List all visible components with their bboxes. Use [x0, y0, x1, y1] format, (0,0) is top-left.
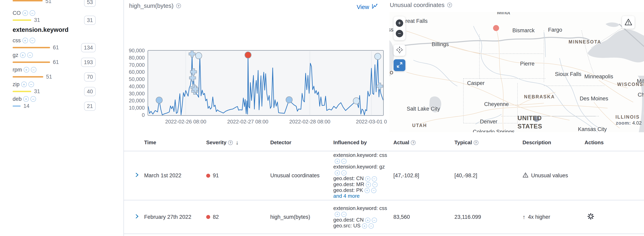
- filter-add-icon[interactable]: +: [23, 96, 29, 102]
- filter-remove-icon[interactable]: −: [372, 182, 378, 187]
- warning-triangle-icon: [624, 19, 632, 27]
- filter-add-icon[interactable]: +: [364, 188, 370, 193]
- facet-bar: [12, 20, 31, 21]
- facet-item-gz[interactable]: gz + − 61 193: [12, 51, 124, 66]
- map-city-label: Sioux Falls: [555, 71, 581, 77]
- filter-remove-icon[interactable]: −: [368, 223, 374, 228]
- map-title-row: Unusual coordinates ?: [390, 2, 452, 9]
- help-icon[interactable]: ?: [447, 3, 452, 8]
- cell-influenced-by: extension.keyword: css+− extension.keywo…: [333, 152, 393, 199]
- facet-item-deb[interactable]: deb + − 14 21: [12, 95, 124, 110]
- cell-typical: [40,-98.2]: [454, 172, 522, 179]
- filter-remove-icon[interactable]: −: [372, 176, 377, 181]
- gear-icon[interactable]: [586, 212, 595, 220]
- filter-add-icon[interactable]: +: [365, 176, 370, 181]
- crosshair-icon: [396, 46, 404, 55]
- expand-row-button[interactable]: [134, 213, 140, 219]
- filter-add-icon[interactable]: +: [335, 212, 340, 217]
- severity-dot-icon: [206, 215, 210, 219]
- anomaly-location-dot[interactable]: [493, 25, 499, 31]
- help-icon[interactable]: ?: [176, 4, 181, 8]
- facet-item-partial[interactable]: 51 53: [12, 0, 124, 8]
- cell-severity: 91: [206, 172, 270, 179]
- map-state-label: ILLINOIS: [615, 114, 640, 120]
- anomaly-chart-panel: high_sum(bytes) ? View 010,00020,00030,0…: [124, 0, 389, 139]
- filter-remove-icon[interactable]: −: [341, 159, 346, 164]
- sort-descending-icon[interactable]: ↓: [236, 139, 238, 146]
- anomaly-explorer-page: 51 53 CO + − 31 31 extension.keyword css…: [0, 0, 644, 236]
- facet-item-co[interactable]: CO + − 31 31: [12, 9, 124, 24]
- col-header-time[interactable]: Time: [144, 139, 206, 146]
- y-tick-label: 20,000: [124, 98, 145, 104]
- show-more-influencers-link[interactable]: and 4 more: [333, 193, 360, 199]
- zoom-out-button[interactable]: −: [396, 30, 403, 37]
- map-warning-button[interactable]: [622, 16, 634, 29]
- filter-remove-icon[interactable]: −: [31, 67, 36, 73]
- filter-remove-icon[interactable]: −: [341, 170, 346, 175]
- facet-item-css[interactable]: css + − 61 134: [12, 37, 124, 51]
- help-icon[interactable]: ?: [474, 140, 478, 145]
- anomaly-map[interactable]: MinotGreat FallsMissoulaBillingsBismarck…: [389, 12, 644, 132]
- facet-count-badge: 134: [81, 43, 96, 52]
- y-tick-label: 70,000: [124, 62, 145, 68]
- facet-item-rpm[interactable]: rpm + − 51 70: [12, 66, 124, 81]
- filter-add-icon[interactable]: +: [24, 67, 29, 73]
- facet-label: css: [12, 38, 21, 44]
- map-city-label: Bismarck: [512, 28, 534, 34]
- filter-add-icon[interactable]: +: [20, 52, 26, 58]
- filter-remove-icon[interactable]: −: [28, 82, 34, 87]
- y-tick-label: 60,000: [124, 69, 145, 75]
- help-icon[interactable]: ?: [411, 140, 416, 145]
- y-tick-label: 0: [124, 112, 145, 118]
- facet-label: deb: [12, 96, 22, 102]
- filter-add-icon[interactable]: +: [22, 38, 28, 43]
- expand-icon: [396, 61, 403, 69]
- map-city-label: Cheyenne: [484, 101, 509, 107]
- facet-count-badge: 70: [84, 72, 96, 82]
- filter-remove-icon[interactable]: −: [30, 10, 35, 16]
- chart-title: high_sum(bytes): [129, 3, 174, 9]
- filter-remove-icon[interactable]: −: [341, 212, 346, 217]
- cell-time: March 1st 2022: [144, 172, 206, 179]
- expand-map-button[interactable]: [394, 59, 406, 71]
- y-tick-label: 10,000: [124, 105, 145, 111]
- y-tick-label: 40,000: [124, 83, 145, 90]
- col-header-actual[interactable]: Actual?: [393, 139, 454, 146]
- zoom-in-button[interactable]: +: [396, 20, 403, 27]
- filter-add-icon[interactable]: +: [21, 82, 27, 87]
- filter-remove-icon[interactable]: −: [30, 96, 36, 102]
- filter-add-icon[interactable]: +: [366, 182, 371, 187]
- cell-detector: high_sum(bytes): [270, 214, 333, 220]
- anomaly-timeseries-plot[interactable]: [148, 50, 384, 116]
- filter-add-icon[interactable]: +: [335, 170, 340, 175]
- filter-add-icon[interactable]: +: [362, 223, 367, 228]
- col-header-severity[interactable]: Severity ? ↓: [206, 139, 270, 146]
- facet-bar: [12, 76, 43, 78]
- fit-to-data-button[interactable]: [394, 45, 406, 56]
- view-chart-link[interactable]: View: [357, 3, 378, 11]
- col-header-detector[interactable]: Detector: [270, 139, 333, 146]
- filter-add-icon[interactable]: +: [365, 217, 370, 223]
- cell-actions: [584, 212, 644, 222]
- filter-add-icon[interactable]: +: [22, 10, 28, 16]
- help-icon[interactable]: ?: [228, 140, 233, 145]
- col-header-description[interactable]: Description: [522, 139, 584, 146]
- expand-row-button[interactable]: [134, 172, 140, 178]
- facet-label: CO: [12, 10, 21, 16]
- col-header-actions: Actions: [584, 139, 644, 146]
- col-header-influenced-by[interactable]: Influenced by: [333, 139, 393, 146]
- filter-remove-icon[interactable]: −: [27, 52, 33, 58]
- filter-add-icon[interactable]: +: [335, 159, 340, 164]
- map-city-label: Des Moines: [580, 96, 608, 102]
- facet-item-zip[interactable]: zip + − 31 40: [12, 81, 124, 95]
- filter-remove-icon[interactable]: −: [371, 188, 376, 193]
- facet-value: 51: [46, 74, 52, 80]
- cell-actual: [47,-102.8]: [393, 172, 454, 179]
- filter-remove-icon[interactable]: −: [372, 217, 377, 223]
- filter-remove-icon[interactable]: −: [30, 38, 35, 43]
- facet-value: 31: [34, 88, 40, 95]
- anomalies-table: Time Severity ? ↓ Detector Influenced by…: [124, 133, 644, 236]
- facet-value: 61: [53, 45, 59, 51]
- cell-severity: 82: [206, 214, 270, 220]
- col-header-typical[interactable]: Typical?: [454, 139, 522, 146]
